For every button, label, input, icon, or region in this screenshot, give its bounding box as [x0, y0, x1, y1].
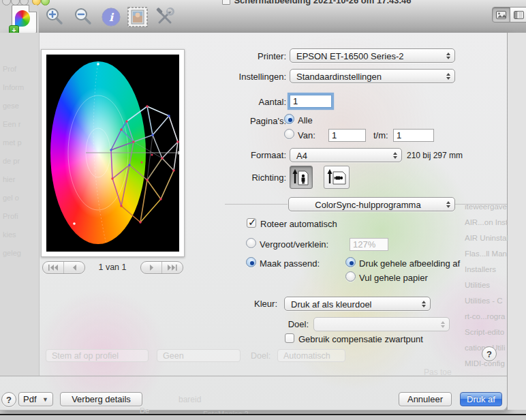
- pages-range-radio[interactable]: [284, 129, 294, 139]
- auto-rotate-label: Roteer automatisch: [260, 219, 337, 229]
- bleed-target-label: Doel:: [251, 351, 270, 361]
- window-behind-left-strip: ProfInformgeseEen rmet pde prhiergel oPr…: [0, 33, 40, 376]
- black-point-checkbox[interactable]: [285, 333, 294, 343]
- hide-details-label: Verberg details: [72, 394, 131, 404]
- background-bleed-line: Utilities: [465, 278, 525, 293]
- bleed-none-select: Geen: [157, 349, 241, 362]
- next-page-button[interactable]: [141, 262, 161, 273]
- pages-to-label: t/m:: [373, 130, 388, 140]
- stepper-arrows-icon: [393, 152, 397, 159]
- cancel-button[interactable]: Annuleer: [399, 392, 452, 406]
- pages-to-input[interactable]: [393, 129, 434, 142]
- image-view-icon[interactable]: [492, 7, 510, 22]
- fit-radio[interactable]: [246, 257, 256, 267]
- paper-dimensions: 210 bij 297 mm: [407, 151, 463, 160]
- pages-all-radio[interactable]: [284, 114, 294, 124]
- printer-label: Printer:: [204, 51, 286, 61]
- background-bleed-text-left: ProfInformgeseEen rmet pde prhiergel oPr…: [0, 33, 39, 262]
- target-select[interactable]: [313, 317, 450, 331]
- fit-full-image-radio[interactable]: [345, 257, 356, 267]
- stepper-arrows-icon: [446, 52, 450, 59]
- hide-details-button[interactable]: Verberg details: [60, 392, 142, 406]
- first-page-button[interactable]: [43, 262, 63, 273]
- background-bleed-line: Installers: [465, 262, 525, 278]
- background-bleed-line: met p: [3, 134, 39, 152]
- fit-fill-paper-radio[interactable]: [345, 271, 356, 282]
- zoom-in-icon[interactable]: [43, 6, 66, 28]
- background-bleed-line: gel o: [3, 189, 39, 207]
- pdf-label: Pdf: [23, 394, 37, 404]
- pages-from-label: Van:: [298, 130, 315, 140]
- gamut-preview-image: [46, 55, 179, 252]
- orientation-label: Richting:: [204, 172, 286, 183]
- color-label: Kleur:: [223, 299, 277, 309]
- info-icon[interactable]: i: [99, 6, 123, 28]
- colorsync-document-icon[interactable]: +: [12, 5, 37, 33]
- background-bleed-line: geleg: [3, 244, 39, 262]
- copies-input[interactable]: [290, 95, 332, 108]
- previous-page-button[interactable]: [63, 262, 84, 273]
- tools-icon[interactable]: [153, 6, 176, 28]
- sidebar-view-icon[interactable]: [510, 7, 526, 22]
- chevron-down-icon: ▼: [42, 396, 48, 403]
- orientation-portrait-button[interactable]: [290, 166, 313, 189]
- panel-value: ColorSync-hulpprogramma: [315, 200, 420, 210]
- cancel-label: Annuleer: [407, 394, 443, 404]
- background-bleed-line: Script-edito: [465, 325, 525, 340]
- document-proxy-icon: [222, 0, 230, 5]
- background-bleed-line: iteweergave: [465, 199, 525, 215]
- zoom-out-icon[interactable]: [72, 6, 95, 28]
- auto-rotate-checkbox[interactable]: [247, 218, 256, 228]
- panel-separator-right: [455, 204, 507, 205]
- stepper-arrows-icon: [422, 301, 426, 308]
- panel-select[interactable]: ColorSync-hulpprogramma: [288, 197, 455, 211]
- bleed-target-select: Automatisch: [277, 349, 345, 362]
- last-page-button[interactable]: [161, 262, 183, 273]
- background-bleed-line: Prof: [3, 60, 39, 78]
- landscape-icon: [326, 168, 347, 186]
- bleed-profile-select: Stem af op profiel: [46, 349, 149, 362]
- stepper-arrows-icon: [441, 321, 445, 328]
- pages-label: Pagina's:: [204, 116, 286, 126]
- window-title: Schermafbeelding 2021-10-26 om 17.43.46: [204, 0, 429, 5]
- pages-all-label: Alle: [298, 115, 313, 125]
- dialog-help-button[interactable]: ?: [1, 392, 16, 407]
- pdf-menu-button[interactable]: Pdf ▼: [18, 392, 53, 406]
- presets-select[interactable]: Standaardinstellingen: [290, 69, 455, 83]
- pages-from-input[interactable]: [328, 129, 366, 142]
- pager-back-group: [42, 261, 85, 274]
- background-bleed-line: Inform: [3, 78, 39, 97]
- pager-forward-group: [140, 261, 183, 274]
- background-bleed-line: Profi: [3, 207, 39, 226]
- scale-radio[interactable]: [246, 238, 256, 248]
- orientation-landscape-button[interactable]: [324, 166, 350, 189]
- presets-value: Standaardinstellingen: [296, 72, 382, 82]
- scale-input[interactable]: [350, 238, 388, 251]
- background-bleed-line: rt-co...rogra: [465, 309, 525, 325]
- stepper-arrows-icon: [446, 73, 450, 80]
- print-label: Druk af: [467, 394, 495, 404]
- color-wheel-icon: [15, 10, 30, 27]
- paper-size-select[interactable]: A4: [290, 148, 402, 162]
- background-bleed-line: Flas...ll Man: [465, 246, 525, 262]
- background-bleed-line: hier: [3, 170, 39, 189]
- bottom-bar-separator: [0, 376, 507, 376]
- color-value: Druk af als kleurdoel: [291, 299, 372, 310]
- fit-label: Maak passend:: [260, 258, 320, 269]
- printer-select[interactable]: EPSON ET-16500 Series-2: [290, 48, 455, 63]
- background-bleed-line: AIR...on Inst: [465, 215, 525, 230]
- background-bleed-line: de pr: [3, 152, 39, 170]
- print-button[interactable]: Druk af: [460, 392, 502, 406]
- stamp-selection-icon[interactable]: [126, 6, 149, 28]
- color-select[interactable]: Druk af als kleurdoel: [284, 297, 431, 311]
- background-bleed-line: AIR Uninstal: [465, 230, 525, 246]
- page-count-label: 1 van 1: [89, 262, 136, 272]
- background-bleed-line: kies: [3, 226, 39, 244]
- paper-size-label: Formaat:: [204, 150, 286, 160]
- background-bleed-text: bareid: [179, 395, 201, 404]
- portrait-icon: [292, 168, 310, 186]
- desktop-bottom-area: [0, 415, 526, 420]
- panel-help-button[interactable]: ?: [482, 346, 497, 361]
- target-label: Doel:: [254, 319, 309, 329]
- background-bleed-line: oth-...itwiss: [465, 372, 525, 375]
